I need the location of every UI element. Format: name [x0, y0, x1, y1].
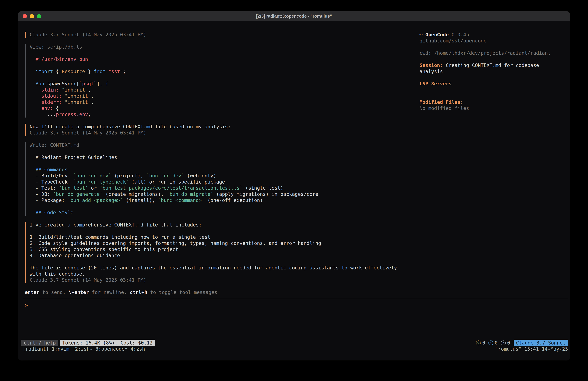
assistant-message: Now I'll create a comprehensive CONTEXT.…: [25, 124, 568, 136]
text-line: Session: Creating CONTEXT.md for codebas…: [420, 62, 567, 68]
text-line: Modified Files:: [420, 99, 567, 105]
model-badge: Claude 3.7 Sonnet: [514, 340, 568, 346]
tmux-left-status: [radiant] 1:nvim 2:zsh- 3:opencode* 4:zs…: [22, 346, 145, 352]
text-line: Now I'll create a comprehensive CONTEXT.…: [30, 124, 568, 130]
text-line: 3. CSS styling conventions specific to t…: [30, 246, 568, 252]
window-title: [2/3] radiant:3:opencode - "romulus": [256, 14, 332, 19]
text-line: Claude 3.7 Sonnet (14 May 2025 03:41 PM): [30, 130, 568, 136]
text-line: [30, 160, 568, 167]
text-line: ## Commands: [30, 167, 568, 173]
minimize-button[interactable]: [30, 14, 34, 18]
diagnostic-warning-count: 0: [482, 340, 485, 346]
zoom-button[interactable]: [37, 14, 41, 18]
tmux-statusline: [radiant] 1:nvim 2:zsh- 3:opencode* 4:zs…: [22, 346, 568, 352]
sidebar-lines: © OpenCode 0.0.45github.com/sst/opencode…: [420, 32, 567, 112]
text-line: [420, 87, 567, 93]
diagnostic-hint: h0: [501, 340, 510, 346]
text-line: [420, 93, 567, 99]
status-bar: ctrl+? help Tokens: 16.4K (8%), Cost: $0…: [21, 340, 568, 346]
text-line: I've created a comprehensive CONTEXT.md …: [30, 222, 568, 228]
tool-write-block: Write: CONTEXT.md # Radiant Project Guid…: [25, 142, 568, 216]
text-line: [30, 203, 568, 210]
text-line: Write: CONTEXT.md: [30, 142, 568, 148]
text-line: cwd: /home/thdxr/dev/projects/radiant/ra…: [420, 50, 567, 56]
diagnostic-hint-count: 0: [507, 340, 510, 346]
text-line: 4. Database operations guidance: [30, 252, 568, 259]
tokens-cost-badge: Tokens: 16.4K (8%), Cost: $0.12: [60, 340, 155, 346]
diagnostics: w0i0h0: [476, 340, 510, 346]
text-line: [30, 259, 568, 265]
diagnostic-info-icon: i: [488, 340, 493, 345]
text-line: Claude 3.7 Sonnet (14 May 2025 03:41 PM): [30, 277, 568, 283]
text-line: - TypeCheck: `bun run typecheck` (all) o…: [30, 179, 568, 185]
text-line: [420, 75, 567, 81]
text-line: 1. Build/lint/test commands including ho…: [30, 234, 568, 240]
text-line: The file is concise (20 lines) and captu…: [30, 265, 568, 271]
diagnostic-hint-icon: h: [501, 340, 506, 345]
terminal-window: [2/3] radiant:3:opencode - "romulus" Cla…: [18, 11, 570, 360]
tmux-window-list: 1:nvim 2:zsh- 3:opencode* 4:zsh: [49, 346, 145, 352]
text-line: ...process.env,: [30, 112, 568, 117]
tmux-right-status: "romulus" 15:41 14-May-25: [495, 346, 568, 352]
text-line: 2. Code style guidelines covering import…: [30, 240, 568, 246]
diagnostic-warning-icon: w: [476, 340, 481, 345]
diagnostic-info-count: 0: [495, 340, 498, 346]
diagnostic-info: i0: [488, 340, 498, 346]
help-line: enter to send, \+enter for newline, ctrl…: [25, 289, 568, 295]
text-line: [30, 148, 568, 154]
assistant-message: I've created a comprehensive CONTEXT.md …: [25, 222, 568, 283]
prompt-symbol: >: [25, 302, 28, 308]
titlebar: [2/3] radiant:3:opencode - "romulus": [18, 11, 570, 21]
text-line: - Package: `bun add <package>` (install)…: [30, 197, 568, 203]
text-line: - Test: `bun test` or `bun test packages…: [30, 185, 568, 191]
prompt-input[interactable]: >: [25, 302, 568, 308]
terminal-content: Claude 3.7 Sonnet (14 May 2025 03:41 PM)…: [18, 21, 570, 360]
tmux-session-name: [radiant]: [22, 346, 49, 352]
text-line: - Build/Dev: `bun run dev` (project), `b…: [30, 173, 568, 179]
text-line: # Radiant Project Guidelines: [30, 154, 568, 160]
text-line: © OpenCode 0.0.45: [420, 32, 567, 38]
text-line: [30, 228, 568, 234]
diagnostic-warning: w0: [476, 340, 485, 346]
text-line: LSP Servers: [420, 81, 567, 87]
traffic-lights: [22, 14, 41, 18]
text-line: - DB: `bun db generate` (create migratio…: [30, 191, 568, 197]
help-shortcut-badge: ctrl+? help: [21, 340, 58, 346]
text-line: ## Code Style: [30, 210, 568, 216]
text-line: with this codebase.: [30, 271, 568, 277]
text-line: [420, 44, 567, 50]
text-line: analysis: [420, 68, 567, 75]
sidebar: © OpenCode 0.0.45github.com/sst/opencode…: [420, 32, 567, 112]
close-button[interactable]: [22, 14, 27, 18]
text-line: [420, 56, 567, 62]
text-line: No modified files: [420, 105, 567, 112]
text-line: github.com/sst/opencode: [420, 38, 567, 44]
input-separator: [23, 298, 568, 298]
